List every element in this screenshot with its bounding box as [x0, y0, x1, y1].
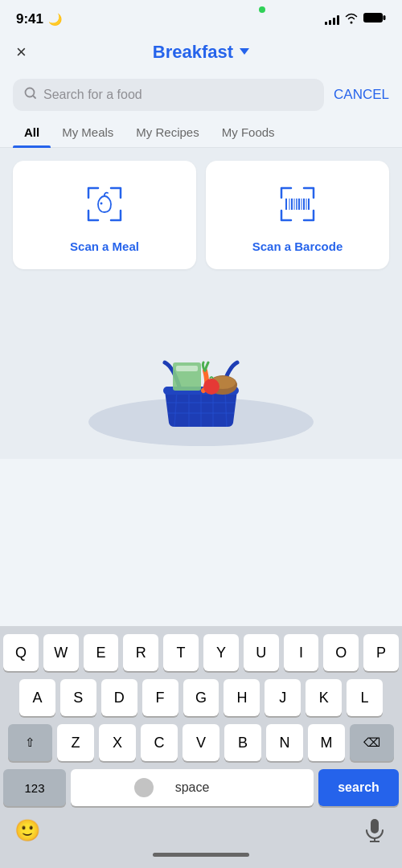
keyboard[interactable]: Q W E R T Y U I O P A S D F G H J K L ⇧ … — [0, 626, 402, 868]
scan-barcode-label: Scan a Barcode — [252, 240, 343, 253]
key-j[interactable]: J — [265, 679, 301, 716]
header-title: Breakfast — [153, 42, 249, 63]
key-u[interactable]: U — [244, 634, 279, 671]
key-r[interactable]: R — [123, 634, 158, 671]
scan-meal-card[interactable]: Scan a Meal — [13, 161, 196, 269]
key-d[interactable]: D — [101, 679, 137, 716]
keyboard-bottom-row: 🙂 — [3, 814, 399, 846]
search-placeholder: Search for a food — [43, 88, 142, 102]
numbers-key[interactable]: 123 — [3, 769, 66, 806]
status-bar: 9:41 🌙 — [0, 0, 402, 35]
key-e[interactable]: E — [84, 634, 119, 671]
tab-my-meals[interactable]: My Meals — [51, 117, 125, 147]
illustration-area — [13, 285, 389, 446]
search-key[interactable]: search — [318, 769, 399, 806]
key-i[interactable]: I — [284, 634, 319, 671]
key-g[interactable]: G — [183, 679, 219, 716]
scan-barcode-card[interactable]: Scan a Barcode — [206, 161, 389, 269]
svg-rect-27 — [371, 819, 379, 833]
key-f[interactable]: F — [142, 679, 178, 716]
keyboard-row-3: ⇧ Z X C V B N M ⌫ — [3, 724, 399, 761]
key-x[interactable]: X — [99, 724, 136, 761]
tabs-container: All My Meals My Recipes My Foods — [0, 117, 402, 148]
cancel-button[interactable]: CANCEL — [334, 87, 389, 103]
space-label: space — [175, 780, 210, 795]
tab-my-recipes[interactable]: My Recipes — [125, 117, 210, 147]
tab-all[interactable]: All — [13, 117, 51, 147]
battery-icon — [363, 12, 386, 27]
key-k[interactable]: K — [306, 679, 342, 716]
search-bar[interactable]: Search for a food — [13, 79, 324, 111]
key-p[interactable]: P — [363, 634, 399, 671]
key-h[interactable]: H — [224, 679, 260, 716]
key-t[interactable]: T — [163, 634, 199, 671]
keyboard-row-2: A S D F G H J K L — [3, 679, 399, 716]
search-icon — [24, 87, 37, 103]
home-bar — [153, 853, 249, 857]
key-o[interactable]: O — [323, 634, 359, 671]
header-title-text: Breakfast — [153, 42, 233, 63]
svg-point-26 — [203, 379, 219, 395]
close-button[interactable]: × — [16, 42, 27, 63]
tab-my-foods[interactable]: My Foods — [211, 117, 286, 147]
search-section: Search for a food CANCEL — [0, 72, 402, 117]
content-area: Scan a Meal — [0, 148, 402, 459]
green-dot — [259, 6, 265, 13]
svg-rect-1 — [384, 15, 386, 20]
header: × Breakfast — [0, 35, 402, 72]
key-s[interactable]: S — [60, 679, 96, 716]
grocery-basket — [149, 346, 253, 438]
svg-rect-0 — [363, 13, 383, 23]
status-icons — [325, 12, 386, 27]
chevron-down-icon[interactable] — [240, 48, 249, 55]
shift-key[interactable]: ⇧ — [8, 724, 52, 761]
key-n[interactable]: N — [266, 724, 303, 761]
key-a[interactable]: A — [19, 679, 55, 716]
key-y[interactable]: Y — [203, 634, 239, 671]
keyboard-row-4: 123 space search — [3, 769, 399, 806]
key-c[interactable]: C — [141, 724, 178, 761]
wifi-icon — [344, 13, 359, 27]
key-v[interactable]: V — [183, 724, 219, 761]
key-b[interactable]: B — [224, 724, 261, 761]
home-indicator — [3, 850, 399, 863]
svg-rect-25 — [176, 366, 198, 371]
emoji-key[interactable]: 🙂 — [10, 814, 45, 846]
status-time: 9:41 — [16, 11, 43, 27]
keyboard-row-1: Q W E R T Y U I O P — [3, 634, 399, 671]
meal-scan-icon — [80, 180, 129, 228]
barcode-scan-icon — [273, 180, 322, 228]
moon-icon: 🌙 — [48, 13, 62, 26]
key-m[interactable]: M — [308, 724, 345, 761]
mic-key[interactable] — [357, 814, 392, 846]
key-z[interactable]: Z — [57, 724, 94, 761]
svg-point-3 — [100, 203, 103, 205]
delete-key[interactable]: ⌫ — [350, 724, 394, 761]
scan-meal-label: Scan a Meal — [70, 240, 139, 253]
key-q[interactable]: Q — [3, 634, 39, 671]
signal-icon — [325, 14, 339, 25]
key-l[interactable]: L — [347, 679, 383, 716]
key-w[interactable]: W — [43, 634, 79, 671]
space-key[interactable]: space — [71, 769, 314, 806]
scan-cards: Scan a Meal — [13, 161, 389, 269]
